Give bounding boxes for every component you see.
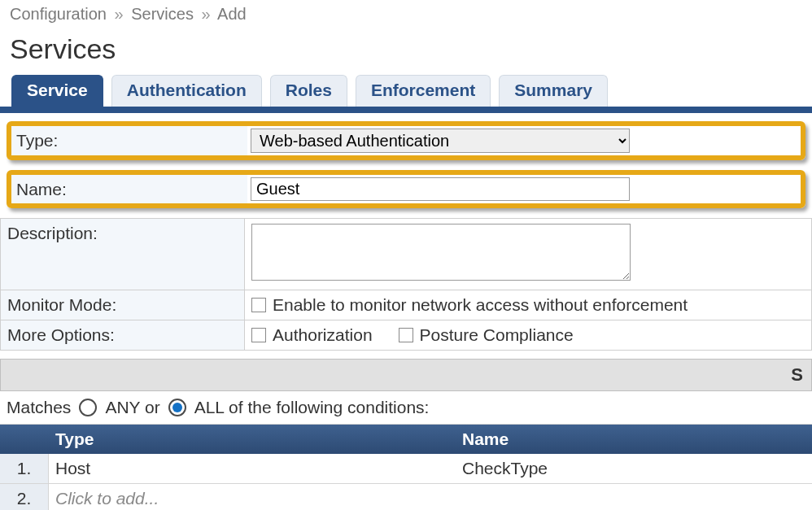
posture-compliance-label: Posture Compliance bbox=[420, 325, 574, 345]
condition-row-add[interactable]: 2. Click to add... bbox=[0, 484, 812, 510]
matches-all-radio[interactable] bbox=[168, 399, 186, 416]
condition-row[interactable]: 1. Host CheckType bbox=[0, 454, 812, 484]
form-table: Description: Monitor Mode: Enable to mon… bbox=[0, 218, 812, 351]
monitor-mode-label: Monitor Mode: bbox=[1, 290, 245, 320]
name-row-highlight: Name: bbox=[0, 170, 812, 208]
posture-compliance-checkbox[interactable] bbox=[399, 328, 413, 342]
tab-enforcement[interactable]: Enforcement bbox=[356, 75, 491, 107]
matches-all-label: ALL of the following conditions: bbox=[194, 398, 430, 417]
type-row-highlight: Type: Web-based Authentication bbox=[0, 121, 812, 160]
condition-row-num: 1. bbox=[0, 454, 49, 483]
name-label: Name: bbox=[11, 175, 247, 203]
matches-label: Matches bbox=[7, 398, 71, 417]
authorization-checkbox[interactable] bbox=[251, 328, 266, 342]
tab-summary[interactable]: Summary bbox=[499, 75, 608, 107]
breadcrumb-sep: » bbox=[198, 5, 213, 23]
conditions-header-name: Name bbox=[456, 425, 812, 454]
breadcrumb-item[interactable]: Services bbox=[131, 5, 194, 23]
tab-service[interactable]: Service bbox=[11, 75, 103, 107]
type-select[interactable]: Web-based Authentication bbox=[251, 129, 630, 153]
condition-add-placeholder[interactable]: Click to add... bbox=[49, 484, 456, 510]
more-options-label: More Options: bbox=[1, 320, 245, 351]
tab-active-bar bbox=[0, 107, 812, 113]
conditions-header: Type Name bbox=[0, 425, 812, 454]
condition-row-name[interactable] bbox=[456, 484, 812, 510]
tab-authentication[interactable]: Authentication bbox=[111, 75, 262, 107]
type-label: Type: bbox=[11, 126, 247, 155]
authorization-label: Authorization bbox=[273, 325, 373, 345]
description-label: Description: bbox=[1, 219, 245, 290]
matches-any-radio[interactable] bbox=[79, 399, 97, 416]
section-header-bar: S bbox=[0, 359, 812, 391]
conditions-header-type: Type bbox=[49, 425, 456, 454]
monitor-mode-text: Enable to monitor network access without… bbox=[273, 295, 688, 315]
condition-row-type[interactable]: Host bbox=[49, 454, 456, 483]
breadcrumb-sep: » bbox=[111, 5, 127, 23]
matches-row: Matches ANY or ALL of the following cond… bbox=[0, 391, 812, 425]
breadcrumb-item[interactable]: Add bbox=[217, 5, 247, 23]
description-textarea[interactable] bbox=[251, 224, 631, 281]
page-title: Services bbox=[0, 28, 812, 75]
monitor-mode-checkbox[interactable] bbox=[251, 298, 266, 312]
condition-row-num: 2. bbox=[0, 484, 49, 510]
tab-roles[interactable]: Roles bbox=[270, 75, 347, 107]
name-input[interactable] bbox=[251, 177, 630, 201]
tab-row: Service Authentication Roles Enforcement… bbox=[0, 75, 812, 107]
condition-row-name[interactable]: CheckType bbox=[456, 454, 812, 483]
breadcrumb: Configuration » Services » Add bbox=[0, 0, 812, 28]
matches-any-label: ANY or bbox=[105, 398, 159, 417]
breadcrumb-item[interactable]: Configuration bbox=[10, 5, 107, 23]
